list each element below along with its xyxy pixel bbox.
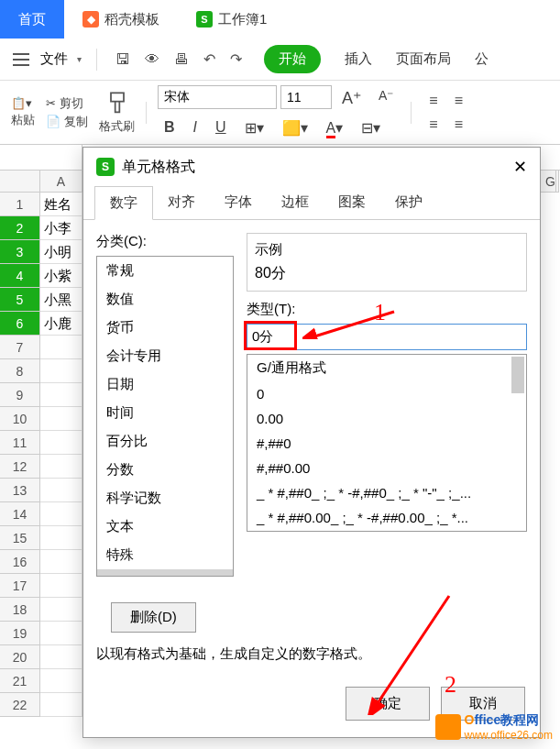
cell[interactable]: [40, 574, 82, 598]
cell[interactable]: [40, 526, 82, 550]
row-header[interactable]: 18: [0, 598, 40, 622]
cell[interactable]: [40, 502, 82, 526]
print-preview-icon[interactable]: 👁: [141, 48, 163, 72]
format-item[interactable]: _ * #,##0.00_ ;_ * -#,##0.00_ ;_ *...: [247, 505, 526, 530]
cell[interactable]: [40, 669, 82, 693]
font-color-button[interactable]: A▾: [320, 116, 350, 139]
tab-workbook[interactable]: S 工作簿1: [178, 0, 285, 39]
paste-button[interactable]: 粘贴: [11, 112, 35, 128]
border-button[interactable]: ⊞▾: [238, 116, 270, 139]
hamburger-icon[interactable]: [13, 53, 29, 66]
cell[interactable]: 小明: [40, 240, 82, 264]
tab-home[interactable]: 首页: [0, 0, 64, 39]
category-item[interactable]: 自定义: [97, 569, 233, 577]
row-header[interactable]: 9: [0, 383, 40, 407]
font-size-select[interactable]: [280, 85, 332, 109]
bold-button[interactable]: B: [158, 116, 181, 139]
align-center-icon[interactable]: ≡: [448, 114, 469, 136]
row-header[interactable]: 10: [0, 407, 40, 431]
name-box[interactable]: [0, 145, 82, 170]
file-menu[interactable]: 文件: [40, 50, 68, 68]
row-header[interactable]: 21: [0, 669, 40, 693]
category-item[interactable]: 科学记数: [97, 484, 233, 512]
page-layout-tab[interactable]: 页面布局: [396, 50, 451, 68]
row-header[interactable]: 15: [0, 526, 40, 550]
cell[interactable]: [40, 598, 82, 622]
row-header[interactable]: 7: [0, 336, 40, 359]
merge-button[interactable]: ⊟▾: [355, 116, 387, 139]
format-painter-button[interactable]: 格式刷: [99, 118, 135, 135]
category-list[interactable]: 常规数值货币会计专用日期时间百分比分数科学记数文本特殊自定义: [96, 256, 234, 577]
format-item[interactable]: 0: [247, 381, 526, 406]
category-item[interactable]: 百分比: [97, 427, 233, 456]
cell[interactable]: 小黑: [40, 288, 82, 312]
tab-font[interactable]: 字体: [210, 186, 267, 219]
cell[interactable]: [40, 359, 82, 383]
row-header[interactable]: 19: [0, 622, 40, 645]
align-top-icon[interactable]: ≡: [423, 90, 444, 112]
row-header[interactable]: 14: [0, 502, 40, 526]
formula-tab[interactable]: 公: [475, 50, 489, 68]
category-item[interactable]: 常规: [97, 257, 233, 285]
ok-button[interactable]: 确定: [346, 687, 430, 721]
cell[interactable]: [40, 407, 82, 431]
format-painter-icon[interactable]: [104, 91, 130, 116]
category-item[interactable]: 分数: [97, 456, 233, 484]
row-header[interactable]: 13: [0, 479, 40, 502]
row-header[interactable]: 4: [0, 264, 40, 288]
cell[interactable]: 小李: [40, 216, 82, 240]
row-header[interactable]: 3: [0, 240, 40, 264]
row-header[interactable]: 22: [0, 693, 40, 717]
cell[interactable]: [40, 693, 82, 717]
tab-docer[interactable]: ◆ 稻壳模板: [64, 0, 178, 39]
redo-icon[interactable]: ↷: [226, 47, 246, 72]
copy-button[interactable]: 📄 复制: [46, 114, 88, 130]
cell[interactable]: [40, 479, 82, 502]
row-header[interactable]: 11: [0, 431, 40, 455]
cell[interactable]: 姓名: [40, 193, 82, 216]
scrollbar-thumb[interactable]: [511, 357, 524, 393]
format-item[interactable]: 0.00: [247, 406, 526, 431]
row-header[interactable]: 6: [0, 312, 40, 336]
tab-pattern[interactable]: 图案: [324, 186, 380, 219]
row-header[interactable]: 2: [0, 216, 40, 240]
align-left-icon[interactable]: ≡: [423, 114, 444, 136]
cell[interactable]: [40, 550, 82, 574]
format-item[interactable]: #,##0: [247, 431, 526, 456]
font-name-select[interactable]: [158, 85, 277, 109]
category-item[interactable]: 特殊: [97, 541, 233, 569]
italic-button[interactable]: I: [187, 116, 203, 139]
cell[interactable]: [40, 645, 82, 669]
decrease-font-icon[interactable]: A⁻: [372, 85, 400, 111]
increase-font-icon[interactable]: A⁺: [335, 85, 368, 111]
format-item[interactable]: #,##0.00: [247, 456, 526, 480]
fill-color-button[interactable]: 🟨▾: [276, 116, 314, 139]
cell[interactable]: 小鹿: [40, 312, 82, 336]
clipboard-icon[interactable]: 📋▾: [11, 96, 35, 110]
delete-button[interactable]: 删除(D): [111, 602, 196, 633]
underline-button[interactable]: U: [209, 116, 233, 139]
category-item[interactable]: 文本: [97, 512, 233, 541]
format-list[interactable]: G/通用格式00.00#,##0#,##0.00_ * #,##0_ ;_ * …: [247, 354, 527, 532]
tab-border[interactable]: 边框: [267, 186, 324, 219]
insert-tab[interactable]: 插入: [345, 50, 372, 68]
start-tab[interactable]: 开始: [264, 45, 321, 73]
tab-protect[interactable]: 保护: [380, 186, 437, 219]
cell[interactable]: [40, 336, 82, 359]
row-header[interactable]: 12: [0, 455, 40, 479]
category-item[interactable]: 会计专用: [97, 342, 233, 370]
cell[interactable]: 小紫: [40, 264, 82, 288]
format-item[interactable]: _ * #,##0_ ;_ * -#,##0_ ;_ * "-"_ ;_...: [247, 480, 526, 505]
category-item[interactable]: 数值: [97, 285, 233, 314]
cell[interactable]: [40, 455, 82, 479]
row-header[interactable]: 5: [0, 288, 40, 312]
format-item[interactable]: G/通用格式: [247, 355, 526, 381]
select-all-corner[interactable]: [0, 171, 40, 193]
close-icon[interactable]: ✕: [513, 157, 527, 177]
category-item[interactable]: 日期: [97, 370, 233, 399]
align-middle-icon[interactable]: ≡: [448, 90, 469, 112]
row-header[interactable]: 1: [0, 193, 40, 216]
save-icon[interactable]: 🖫: [112, 48, 134, 72]
cell[interactable]: [40, 622, 82, 645]
row-header[interactable]: 20: [0, 645, 40, 669]
